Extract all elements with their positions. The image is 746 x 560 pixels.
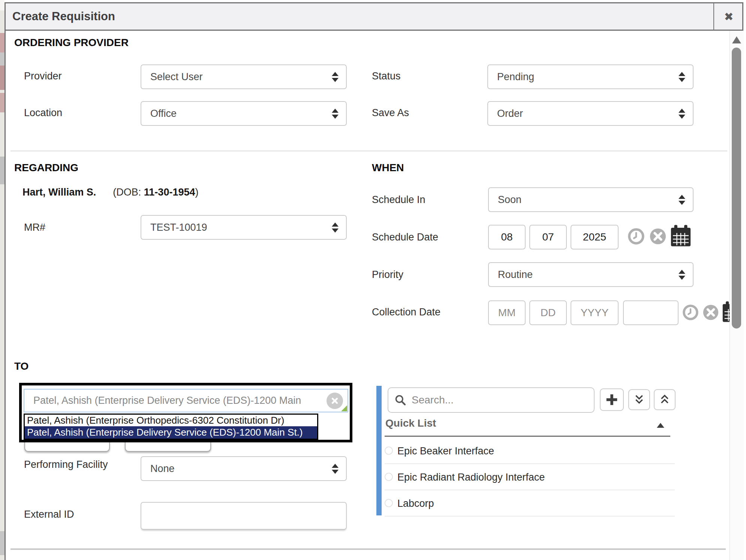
provider-label: Provider	[24, 70, 62, 82]
page-fragment	[0, 531, 4, 555]
collapse-all-button[interactable]	[654, 389, 676, 410]
scrollbar-thumb[interactable]	[732, 48, 741, 329]
double-chevron-up-icon	[659, 394, 670, 406]
schedule-date-label: Schedule Date	[372, 231, 438, 243]
status-select[interactable]: Pending	[487, 64, 694, 89]
schedule-date-year-input[interactable]	[571, 225, 619, 249]
modal-header	[6, 3, 742, 31]
patient-name: Hart, William S.	[22, 187, 96, 198]
select-arrows-icon	[679, 195, 685, 205]
save-as-select[interactable]: Order	[487, 101, 694, 126]
location-select[interactable]: Office	[141, 101, 347, 126]
panel-accent-bar	[376, 386, 382, 515]
create-requisition-screen: Create Requisition ✖ ORDERING PROVIDER P…	[0, 0, 746, 560]
location-label: Location	[24, 107, 62, 119]
quick-list-heading: Quick List	[385, 417, 436, 429]
collection-date-year-input[interactable]	[571, 300, 619, 325]
recipient-search-field[interactable]	[24, 389, 348, 412]
mr-select[interactable]: TEST-10019	[141, 215, 347, 240]
performing-facility-label: Performing Facility	[24, 456, 114, 473]
modal-title: Create Requisition	[12, 3, 115, 30]
recipient-suggestion-list: Patel, Ashish (Enterprise Orthopedics-63…	[24, 414, 318, 440]
schedule-date-calendar-icon[interactable]	[670, 224, 691, 247]
select-arrows-icon	[679, 109, 685, 119]
list-separator	[385, 490, 675, 490]
close-icon: ✖	[724, 10, 733, 23]
quick-list-collapse-icon[interactable]	[657, 423, 664, 428]
to-heading: TO	[14, 360, 28, 372]
quick-list-item[interactable]: Epic Beaker Interface	[397, 445, 494, 457]
schedule-in-label: Schedule In	[372, 194, 425, 206]
schedule-date-month-input[interactable]	[488, 225, 526, 249]
save-as-label: Save As	[372, 107, 409, 119]
search-icon	[394, 394, 406, 406]
select-arrows-icon	[679, 270, 685, 280]
collection-date-clear-icon[interactable]	[703, 304, 719, 321]
provider-select[interactable]: Select User	[141, 64, 347, 89]
collection-date-day-input[interactable]	[529, 300, 567, 325]
quick-list-radio[interactable]	[385, 499, 393, 507]
external-id-input[interactable]	[141, 502, 347, 530]
select-arrows-icon	[332, 223, 339, 233]
quick-list-item[interactable]: Epic Radiant Radiology Interface	[397, 472, 545, 483]
search-input[interactable]	[411, 394, 589, 406]
scrollbar-up-arrow[interactable]	[732, 36, 741, 43]
page-fragment	[0, 52, 4, 66]
section-divider	[10, 151, 727, 151]
quick-list-divider	[385, 436, 670, 437]
plus-icon	[605, 393, 619, 406]
page-background-strip	[0, 0, 4, 560]
quick-list-radio[interactable]	[385, 473, 393, 481]
priority-label: Priority	[372, 269, 403, 281]
list-separator	[385, 463, 675, 464]
service-search-field[interactable]	[388, 387, 595, 413]
collection-date-label: Collection Date	[372, 306, 440, 318]
regarding-heading: REGARDING	[14, 162, 78, 174]
select-arrows-icon	[332, 109, 339, 119]
page-fragment	[0, 33, 4, 52]
quick-list-item[interactable]: Labcorp	[397, 498, 434, 509]
page-fragment	[0, 157, 4, 184]
when-heading: WHEN	[372, 162, 404, 174]
recipient-clear-icon[interactable]	[327, 393, 343, 409]
page-fragment	[0, 66, 4, 90]
collection-date-month-input[interactable]	[488, 300, 526, 325]
quick-list-radio[interactable]	[385, 447, 393, 455]
expand-all-button[interactable]	[628, 389, 650, 410]
list-separator	[385, 516, 675, 517]
patient-dob: (DOB: 11-30-1954)	[113, 187, 198, 198]
recipient-search-input[interactable]	[33, 394, 327, 407]
suggestion-item-selected[interactable]: Patel, Ashish (Enterprise Delivery Servi…	[25, 426, 317, 439]
priority-select[interactable]: Routine	[488, 262, 694, 287]
schedule-date-time-icon[interactable]	[628, 228, 645, 245]
add-button[interactable]	[600, 388, 624, 411]
page-fragment	[0, 0, 4, 10]
page-fragment	[0, 93, 4, 112]
performing-facility-select[interactable]: None	[141, 456, 347, 481]
collection-date-time-icon[interactable]	[682, 304, 699, 321]
schedule-date-day-input[interactable]	[529, 225, 567, 249]
mr-label: MR#	[24, 222, 45, 233]
collection-date-time-input[interactable]	[623, 300, 679, 325]
select-arrows-icon	[332, 464, 339, 474]
schedule-date-clear-icon[interactable]	[649, 228, 667, 245]
patient-info-line: Hart, William S. (DOB: 11-30-1954)	[22, 187, 198, 198]
select-arrows-icon	[332, 72, 339, 82]
suggestion-item[interactable]: Patel, Ashish (Enterprise Orthopedics-63…	[25, 415, 317, 426]
double-chevron-down-icon	[634, 394, 645, 406]
select-arrows-icon	[679, 72, 685, 82]
status-label: Status	[372, 70, 401, 82]
external-id-label: External ID	[24, 509, 74, 520]
bottom-divider	[10, 548, 726, 550]
ordering-provider-heading: ORDERING PROVIDER	[14, 37, 129, 49]
close-button[interactable]: ✖	[714, 3, 743, 30]
resize-grip-icon[interactable]	[341, 405, 347, 411]
schedule-in-select[interactable]: Soon	[488, 187, 694, 212]
